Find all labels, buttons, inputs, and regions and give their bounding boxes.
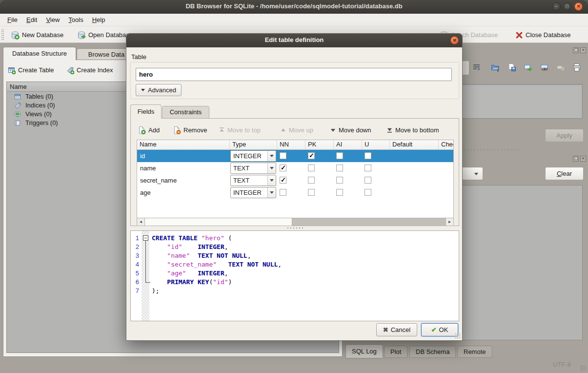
menu-view[interactable]: View	[41, 14, 64, 26]
column-header-u[interactable]: U	[362, 140, 390, 150]
table-name-input[interactable]	[136, 68, 452, 81]
menu-help[interactable]: Help	[88, 14, 110, 26]
column-header-check[interactable]: Check	[439, 140, 454, 150]
tab-fields[interactable]: Fields	[130, 104, 162, 119]
nn-checkbox[interactable]	[280, 152, 286, 159]
field-row-id[interactable]: idINTEGER	[137, 150, 453, 162]
column-header-name[interactable]: Name	[137, 140, 230, 150]
menu-tools[interactable]: Tools	[64, 14, 87, 26]
bottom-tab-plot[interactable]: Plot	[384, 346, 407, 358]
u-checkbox[interactable]	[365, 177, 371, 184]
close-database-button[interactable]: Close Database	[515, 28, 571, 41]
create-index-button[interactable]: Create Index	[66, 63, 113, 76]
window-titlebar[interactable]: DB Browser for SQLite - /home/user/code/…	[0, 0, 588, 14]
column-header-nn[interactable]: NN	[277, 140, 305, 150]
move-to-top-label: Move to top	[227, 126, 261, 134]
export-icon[interactable]	[507, 63, 516, 72]
sql-line: 1CREATE TABLE "hero" (	[131, 234, 459, 243]
remove-field-button[interactable]: Remove	[173, 124, 207, 136]
close-window-button[interactable]: ✕	[574, 2, 583, 11]
sql-line: 4 "secret_name" TEXT NOT NULL,	[131, 260, 459, 269]
scroll-right-icon[interactable]: ►	[446, 218, 453, 226]
u-checkbox[interactable]	[365, 189, 371, 196]
apply-cell-icon[interactable]	[524, 63, 532, 72]
cancel-button[interactable]: ✖Cancel	[376, 323, 417, 336]
link-icon[interactable]	[540, 63, 549, 72]
field-type-select[interactable]: INTEGER	[230, 150, 276, 162]
sql-line: 7);	[131, 287, 459, 295]
dock-float-icon[interactable]	[573, 47, 579, 53]
chevron-down-icon	[267, 187, 276, 198]
dock-splitter[interactable]	[464, 149, 522, 151]
table-icon	[14, 93, 21, 100]
tab-constraints[interactable]: Constraints	[162, 106, 209, 119]
dialog-splitter[interactable]	[287, 228, 305, 228]
column-header-ai[interactable]: AI	[334, 140, 362, 150]
advanced-button[interactable]: Advanced	[136, 84, 182, 96]
clear-button[interactable]: Clear	[545, 167, 584, 180]
scrollbar-thumb[interactable]	[145, 218, 292, 226]
dock-close-icon[interactable]: ✕	[580, 156, 586, 162]
ai-checkbox[interactable]	[336, 189, 343, 196]
bottom-tab-sql-log[interactable]: SQL Log	[345, 344, 383, 358]
pk-checkbox[interactable]	[308, 189, 315, 196]
new-database-button[interactable]: New Database	[11, 28, 63, 41]
menu-file[interactable]: File	[3, 14, 22, 26]
scroll-left-icon[interactable]: ◄	[137, 218, 145, 226]
u-checkbox[interactable]	[365, 152, 371, 159]
field-type-select[interactable]: INTEGER	[230, 187, 276, 198]
bottom-tab-db-schema[interactable]: DB Schema	[409, 346, 456, 358]
move-down-label: Move down	[339, 126, 371, 134]
field-row-secret-name[interactable]: secret_nameTEXT	[137, 174, 453, 186]
maximize-button[interactable]: □	[563, 2, 571, 11]
nn-checkbox[interactable]	[280, 165, 286, 171]
fold-collapse-icon[interactable]	[143, 235, 148, 241]
dialog-resize-grip[interactable]	[455, 333, 461, 339]
field-type-select[interactable]: TEXT	[230, 163, 276, 174]
add-label: Add	[148, 126, 160, 134]
open-database-button[interactable]: Open Database	[77, 28, 133, 41]
import-icon[interactable]	[491, 63, 500, 72]
sql-line-code: CREATE TABLE "hero" (	[149, 234, 232, 243]
dialog-close-button[interactable]: ✕	[450, 36, 459, 44]
field-type-value: TEXT	[233, 177, 249, 184]
line-number: 4	[131, 260, 142, 269]
tab-database-structure[interactable]: Database Structure	[3, 47, 76, 60]
nn-checkbox[interactable]	[280, 189, 286, 196]
ai-checkbox[interactable]	[336, 177, 343, 184]
field-row-name[interactable]: nameTEXT	[137, 162, 453, 174]
field-row-age[interactable]: ageINTEGER	[137, 186, 453, 199]
move-to-bottom-button[interactable]: Move to bottom	[386, 124, 439, 136]
move-up-button: Move up	[280, 124, 313, 136]
add-field-button[interactable]: Add	[138, 124, 160, 136]
column-header-type[interactable]: Type	[230, 140, 277, 150]
pk-checkbox[interactable]	[308, 152, 315, 159]
dock-close-icon[interactable]: ✕	[580, 47, 586, 53]
toolbar-drag-handle[interactable]	[1, 29, 4, 40]
print-icon[interactable]	[572, 63, 581, 72]
database-open-icon	[77, 31, 86, 40]
ai-checkbox[interactable]	[336, 152, 343, 159]
line-number: 6	[131, 278, 142, 287]
pk-checkbox[interactable]	[308, 165, 315, 171]
column-header-default[interactable]: Default	[390, 140, 439, 150]
ai-checkbox[interactable]	[336, 165, 343, 171]
field-type-select[interactable]: TEXT	[230, 175, 276, 186]
dialog-titlebar[interactable]: Edit table definition ✕	[126, 34, 462, 47]
horizontal-scrollbar[interactable]: ◄ ►	[137, 218, 453, 226]
create-table-button[interactable]: Create Table	[8, 63, 54, 76]
bottom-tab-remote[interactable]: Remote	[457, 346, 492, 358]
add-icon	[138, 126, 146, 134]
u-checkbox[interactable]	[365, 165, 371, 171]
ok-button[interactable]: ✔OK	[421, 323, 458, 336]
pk-checkbox[interactable]	[308, 177, 315, 184]
word-wrap-icon[interactable]	[472, 63, 481, 72]
minimize-button[interactable]: –	[552, 2, 561, 11]
dock-float-icon[interactable]	[573, 156, 579, 162]
move-down-button[interactable]: Move down	[330, 124, 371, 136]
column-header-pk[interactable]: PK	[305, 140, 334, 150]
window-resize-grip[interactable]	[580, 365, 586, 371]
nn-checkbox[interactable]	[280, 177, 286, 184]
tree-item-label: Views (0)	[25, 110, 52, 118]
menu-edit[interactable]: Edit	[22, 14, 41, 26]
